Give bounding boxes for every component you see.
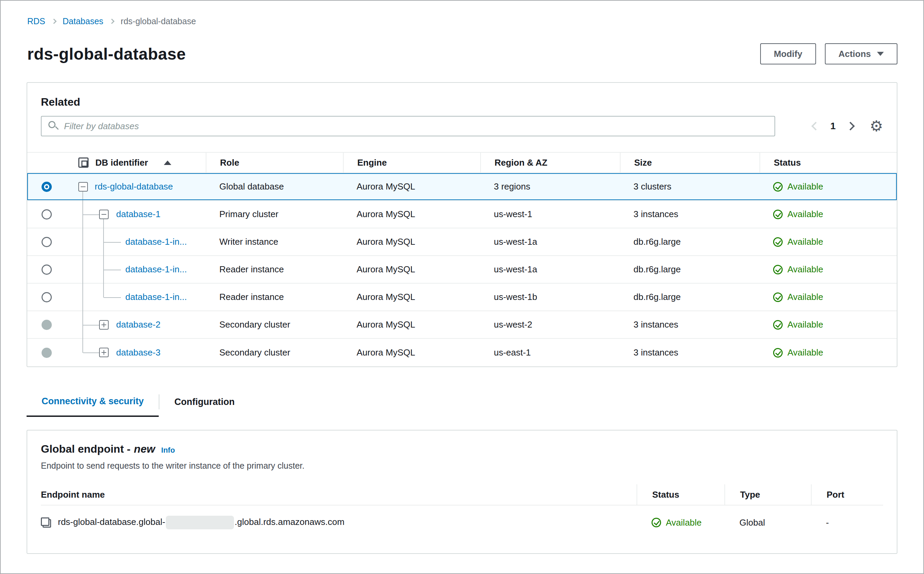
role-cell: Global database bbox=[206, 181, 343, 192]
role-cell: Secondary cluster bbox=[206, 319, 343, 330]
row-radio[interactable] bbox=[42, 265, 52, 275]
tab-connectivity-security[interactable]: Connectivity & security bbox=[27, 387, 159, 417]
status-cell: Available bbox=[759, 347, 897, 358]
table-row[interactable]: rds-global-database Global database Auro… bbox=[27, 173, 897, 201]
region-cell: us-west-1 bbox=[480, 209, 620, 219]
actions-button[interactable]: Actions bbox=[825, 43, 897, 65]
db-link[interactable]: database-1-in... bbox=[125, 292, 187, 302]
endpoint-type-cell: Global bbox=[724, 517, 811, 528]
engine-cell: Aurora MySQL bbox=[343, 347, 480, 358]
column-header-db-identifier[interactable]: DB identifier bbox=[66, 153, 206, 172]
role-cell: Primary cluster bbox=[206, 209, 343, 219]
db-link[interactable]: database-2 bbox=[116, 319, 160, 330]
page-number[interactable]: 1 bbox=[830, 121, 836, 132]
endpoint-name: rds-global-database.global-.global.rds.a… bbox=[58, 516, 344, 529]
collapse-row-icon[interactable] bbox=[99, 210, 108, 219]
column-header-status: Status bbox=[759, 153, 897, 172]
status-label: Available bbox=[666, 517, 702, 528]
breadcrumb-link-databases[interactable]: Databases bbox=[63, 16, 104, 26]
collapse-row-icon[interactable] bbox=[79, 182, 88, 192]
column-header-endpoint-name: Endpoint name bbox=[41, 484, 636, 505]
status-cell: Available bbox=[759, 319, 897, 330]
chevron-right-icon bbox=[52, 19, 57, 24]
copy-icon[interactable] bbox=[41, 517, 51, 528]
tree-line bbox=[83, 352, 99, 353]
status-cell: Available bbox=[759, 292, 897, 302]
status-label: Available bbox=[787, 237, 823, 247]
header-actions: Modify Actions bbox=[760, 43, 897, 65]
size-cell: db.r6g.large bbox=[620, 292, 759, 302]
tree-line bbox=[103, 219, 104, 229]
row-radio[interactable] bbox=[42, 209, 52, 219]
filter-databases-input[interactable] bbox=[41, 116, 775, 136]
db-link[interactable]: database-3 bbox=[116, 347, 160, 358]
engine-cell: Aurora MySQL bbox=[343, 319, 480, 330]
tree-line bbox=[83, 325, 99, 325]
modify-button[interactable]: Modify bbox=[760, 43, 816, 65]
column-header-label: DB identifier bbox=[95, 158, 148, 168]
column-header-role: Role bbox=[206, 153, 343, 172]
page-header: rds-global-database Modify Actions bbox=[27, 43, 897, 65]
table-row[interactable]: database-1-in... Reader instance Aurora … bbox=[27, 284, 897, 311]
status-label: Available bbox=[787, 264, 823, 275]
endpoint-row: rds-global-database.global-.global.rds.a… bbox=[41, 506, 883, 539]
info-link[interactable]: Info bbox=[161, 446, 175, 455]
status-cell: Available bbox=[759, 209, 897, 219]
global-endpoint-title-text: Global endpoint - bbox=[41, 443, 130, 455]
global-endpoint-description: Endpoint to send requests to the writer … bbox=[41, 461, 883, 471]
detail-tabs: Connectivity & security Configuration bbox=[27, 387, 897, 417]
previous-page-icon[interactable] bbox=[811, 122, 820, 130]
role-cell: Reader instance bbox=[206, 292, 343, 302]
page-title: rds-global-database bbox=[27, 45, 186, 63]
next-page-icon[interactable] bbox=[846, 122, 855, 130]
row-radio-selected[interactable] bbox=[42, 182, 52, 192]
status-cell: Available bbox=[759, 181, 897, 192]
endpoint-name-suffix: .global.rds.amazonaws.com bbox=[235, 517, 344, 527]
status-available-icon bbox=[773, 210, 783, 219]
role-cell: Secondary cluster bbox=[206, 347, 343, 358]
settings-gear-icon[interactable]: ⚙ bbox=[870, 118, 883, 134]
endpoint-name-prefix: rds-global-database.global- bbox=[58, 517, 165, 527]
status-label: Available bbox=[787, 209, 823, 219]
breadcrumb-link-rds[interactable]: RDS bbox=[27, 16, 45, 26]
row-radio[interactable] bbox=[42, 237, 52, 247]
size-cell: db.r6g.large bbox=[620, 237, 759, 247]
redacted-value bbox=[166, 516, 234, 529]
row-radio[interactable] bbox=[42, 292, 52, 302]
table-row[interactable]: database-3 Secondary cluster Aurora MySQ… bbox=[27, 339, 897, 366]
status-available-icon bbox=[773, 292, 783, 302]
tab-configuration[interactable]: Configuration bbox=[159, 387, 250, 417]
engine-cell: Aurora MySQL bbox=[343, 209, 480, 219]
endpoint-name-cell: rds-global-database.global-.global.rds.a… bbox=[41, 516, 636, 529]
expand-collapse-all-icon[interactable] bbox=[79, 158, 88, 168]
pagination: 1 ⚙ bbox=[812, 118, 883, 134]
breadcrumb: RDS Databases rds-global-database bbox=[1, 1, 923, 26]
role-cell: Reader instance bbox=[206, 264, 343, 275]
size-cell: 3 instances bbox=[620, 319, 759, 330]
expand-row-icon[interactable] bbox=[99, 320, 108, 330]
table-row[interactable]: database-2 Secondary cluster Aurora MySQ… bbox=[27, 311, 897, 339]
tree-line bbox=[83, 214, 99, 215]
column-header-port: Port bbox=[811, 484, 883, 505]
engine-cell: Aurora MySQL bbox=[343, 237, 480, 247]
db-link[interactable]: database-1-in... bbox=[125, 264, 187, 275]
db-link[interactable]: database-1-in... bbox=[125, 237, 187, 247]
status-available-icon bbox=[773, 182, 783, 192]
engine-cell: Aurora MySQL bbox=[343, 181, 480, 192]
table-row[interactable]: database-1 Primary cluster Aurora MySQL … bbox=[27, 201, 897, 229]
table-header-row: DB identifier Role Engine Region & AZ Si… bbox=[27, 152, 897, 173]
table-row[interactable]: database-1-in... Writer instance Aurora … bbox=[27, 229, 897, 256]
column-header-region-az: Region & AZ bbox=[480, 153, 620, 172]
region-cell: us-east-1 bbox=[480, 347, 620, 358]
db-link[interactable]: rds-global-database bbox=[95, 181, 173, 192]
new-badge: new bbox=[134, 443, 155, 455]
region-cell: us-west-1b bbox=[480, 292, 620, 302]
endpoint-port-cell: - bbox=[811, 517, 883, 528]
table-row[interactable]: database-1-in... Reader instance Aurora … bbox=[27, 256, 897, 284]
status-cell: Available bbox=[759, 264, 897, 275]
row-radio-disabled bbox=[42, 320, 52, 330]
db-link[interactable]: database-1 bbox=[116, 209, 160, 219]
related-panel-title: Related bbox=[41, 96, 883, 109]
expand-row-icon[interactable] bbox=[99, 348, 108, 357]
engine-cell: Aurora MySQL bbox=[343, 264, 480, 275]
